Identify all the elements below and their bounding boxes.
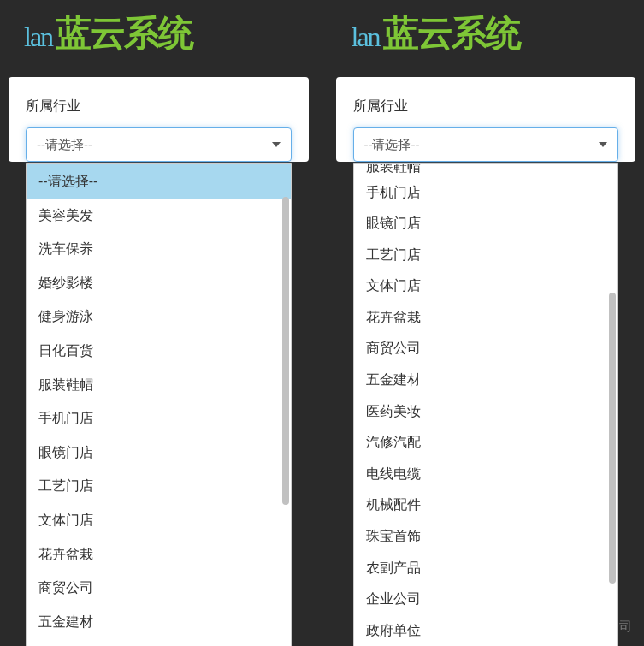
dropdown-option[interactable]: 手机门店 [27, 401, 291, 436]
card-left: 所属行业 --请选择-- --请选择--美容美发洗车保养婚纱影楼健身游泳日化百货… [9, 77, 309, 162]
dropdown-option[interactable]: 健身游泳 [27, 299, 291, 334]
dropdown-option[interactable]: 政府单位 [354, 614, 618, 646]
panel-left: lan 蓝云系统 所属行业 --请选择-- --请选择--美容美发洗车保养婚纱影… [0, 0, 317, 162]
logo-prefix: lan [24, 23, 52, 50]
scrollbar-thumb[interactable] [282, 197, 289, 505]
industry-label: 所属行业 [26, 98, 292, 116]
chevron-down-icon [272, 142, 281, 147]
industry-select[interactable]: --请选择-- [353, 127, 619, 162]
logo-prefix: lan [352, 23, 380, 50]
dropdown-option[interactable]: 婚纱影楼 [27, 266, 291, 300]
dropdown-option[interactable]: 日化百货 [27, 334, 291, 368]
dropdown-option[interactable]: 五金建材 [27, 605, 291, 639]
dropdown-option[interactable]: 机械配件 [354, 489, 618, 521]
dropdown-option[interactable]: 服装鞋帽 [27, 368, 291, 402]
industry-label: 所属行业 [353, 98, 619, 116]
dropdown-option[interactable]: 洗车保养 [27, 232, 291, 266]
logo-text: 蓝云系统 [56, 15, 192, 51]
dropdown-option[interactable]: 电线电缆 [354, 458, 618, 489]
dropdown-option[interactable]: 商贸公司 [27, 571, 291, 605]
dropdown-option[interactable]: 工艺门店 [27, 469, 291, 503]
dropdown-option[interactable]: 眼镜门店 [354, 208, 618, 240]
dropdown-option[interactable]: 工艺门店 [354, 239, 618, 270]
dropdown-option[interactable]: 珠宝首饰 [354, 521, 618, 553]
logo-icon: lan [24, 16, 52, 50]
select-value: --请选择-- [37, 137, 92, 153]
card-right: 所属行业 --请选择-- 服装鞋帽手机门店眼镜门店工艺门店文体门店花卉盆栽商贸公… [336, 77, 636, 162]
dropdown-option[interactable]: 汽修汽配 [354, 427, 618, 459]
header-left: lan 蓝云系统 [0, 0, 317, 67]
logo-text: 蓝云系统 [383, 15, 520, 51]
chevron-down-icon [599, 142, 607, 147]
dropdown-option[interactable]: --请选择-- [27, 164, 291, 199]
dropdown-option[interactable]: 农副产品 [354, 552, 618, 584]
dropdown-option[interactable]: 文体门店 [27, 503, 291, 537]
dropdown-option[interactable]: 商贸公司 [354, 333, 618, 364]
dropdown-option[interactable]: 服装鞋帽 [354, 164, 618, 176]
logo-icon: lan [352, 16, 380, 50]
dropdown-option[interactable]: 眼镜门店 [27, 436, 291, 470]
panel-right: lan 蓝云系统 所属行业 --请选择-- 服装鞋帽手机门店眼镜门店工艺门店文体… [328, 0, 645, 162]
dropdown-option[interactable]: 美容美发 [27, 199, 291, 233]
dropdown-option[interactable]: 企业公司 [354, 584, 618, 615]
industry-select[interactable]: --请选择-- [26, 127, 292, 162]
dropdown-option[interactable]: 五金建材 [354, 364, 618, 396]
dropdown-option[interactable]: 花卉盆栽 [27, 537, 291, 572]
industry-dropdown-left: --请选择--美容美发洗车保养婚纱影楼健身游泳日化百货服装鞋帽手机门店眼镜门店工… [26, 163, 292, 646]
select-value: --请选择-- [364, 137, 420, 153]
dropdown-option[interactable]: 医药美妆 [27, 638, 291, 646]
dropdown-option[interactable]: 花卉盆栽 [354, 301, 618, 333]
industry-dropdown-right: 服装鞋帽手机门店眼镜门店工艺门店文体门店花卉盆栽商贸公司五金建材医药美妆汽修汽配… [353, 163, 619, 646]
header-right: lan 蓝云系统 [328, 0, 645, 67]
dropdown-option[interactable]: 手机门店 [354, 176, 618, 208]
dropdown-option[interactable]: 医药美妆 [354, 395, 618, 427]
scrollbar-thumb[interactable] [609, 293, 616, 584]
dropdown-option[interactable]: 文体门店 [354, 270, 618, 302]
